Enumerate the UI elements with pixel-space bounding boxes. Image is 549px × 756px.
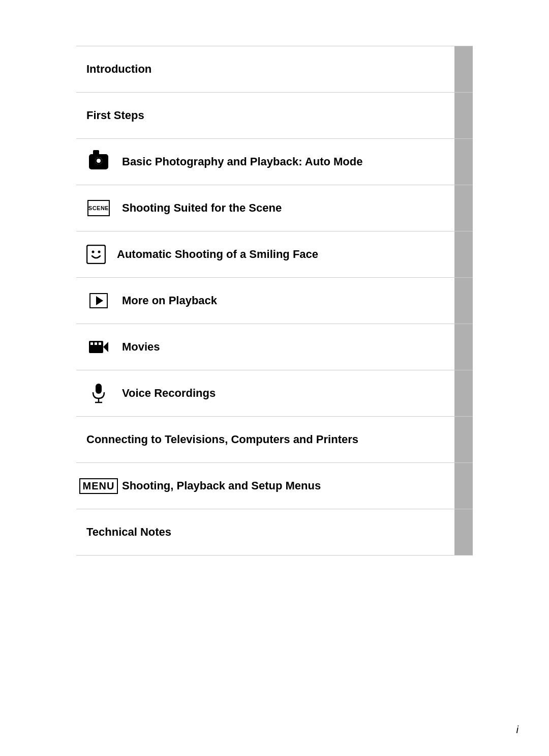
toc-content-movies: Movies	[76, 324, 454, 370]
toc-tab-introduction	[454, 46, 473, 92]
toc-label-menus: Shooting, Playback and Setup Menus	[122, 479, 321, 493]
toc-content-menus: MENU Shooting, Playback and Setup Menus	[76, 463, 454, 509]
toc-label-basic-photography: Basic Photography and Playback: Auto Mod…	[122, 155, 362, 169]
smile-face-icon	[86, 245, 106, 264]
svg-marker-4	[103, 342, 108, 352]
toc-tab-menus	[454, 463, 473, 509]
toc-label-first-steps: First Steps	[86, 108, 144, 123]
playback-icon	[86, 293, 111, 308]
toc-content-voice-recordings: Voice Recordings	[76, 370, 454, 416]
toc-label-voice-recordings: Voice Recordings	[122, 386, 216, 401]
toc-tab-connecting	[454, 417, 473, 462]
toc-content-basic-photography: Basic Photography and Playback: Auto Mod…	[76, 139, 454, 185]
toc-label-more-playback: More on Playback	[122, 294, 217, 308]
toc-label-shooting-scene: Shooting Suited for the Scene	[122, 201, 282, 216]
svg-point-2	[98, 251, 101, 253]
toc-row-introduction[interactable]: Introduction	[76, 46, 473, 92]
toc-row-first-steps[interactable]: First Steps	[76, 92, 473, 138]
svg-rect-7	[99, 342, 101, 345]
toc-tab-more-playback	[454, 278, 473, 324]
toc-label-introduction: Introduction	[86, 62, 151, 77]
toc-row-connecting[interactable]: Connecting to Televisions, Computers and…	[76, 416, 473, 462]
page-container: Introduction First Steps Basic Photograp…	[0, 0, 549, 756]
scene-icon: SCENE	[86, 200, 111, 216]
toc-tab-technical-notes	[454, 509, 473, 555]
toc-row-smiling-face[interactable]: Automatic Shooting of a Smiling Face	[76, 231, 473, 277]
svg-point-1	[92, 251, 95, 253]
microphone-icon	[86, 383, 111, 403]
page-number: i	[516, 724, 518, 736]
toc-row-voice-recordings[interactable]: Voice Recordings	[76, 370, 473, 416]
toc-tab-basic-photography	[454, 139, 473, 185]
toc-content-more-playback: More on Playback	[76, 278, 454, 324]
toc-content-introduction: Introduction	[76, 46, 454, 92]
toc-row-more-playback[interactable]: More on Playback	[76, 277, 473, 324]
toc-tab-smiling-face	[454, 231, 473, 277]
toc-wrapper: Introduction First Steps Basic Photograp…	[76, 46, 473, 556]
toc-row-basic-photography[interactable]: Basic Photography and Playback: Auto Mod…	[76, 138, 473, 185]
toc-row-shooting-scene[interactable]: SCENE Shooting Suited for the Scene	[76, 185, 473, 231]
menu-text-icon: MENU	[86, 478, 111, 494]
toc-row-menus[interactable]: MENU Shooting, Playback and Setup Menus	[76, 462, 473, 509]
toc-tab-shooting-scene	[454, 185, 473, 231]
toc-label-movies: Movies	[122, 340, 160, 355]
toc-content-connecting: Connecting to Televisions, Computers and…	[76, 417, 454, 462]
toc-label-smiling-face: Automatic Shooting of a Smiling Face	[117, 247, 318, 262]
toc-content-smiling-face: Automatic Shooting of a Smiling Face	[76, 231, 454, 277]
toc-row-technical-notes[interactable]: Technical Notes	[76, 509, 473, 556]
toc-tab-first-steps	[454, 93, 473, 138]
svg-rect-8	[96, 384, 102, 394]
toc-row-movies[interactable]: Movies	[76, 324, 473, 370]
toc-content-technical-notes: Technical Notes	[76, 509, 454, 555]
toc-tab-voice-recordings	[454, 370, 473, 416]
movie-icon	[86, 339, 111, 355]
toc-content-first-steps: First Steps	[76, 93, 454, 138]
toc-tab-movies	[454, 324, 473, 370]
toc-content-shooting-scene: SCENE Shooting Suited for the Scene	[76, 185, 454, 231]
svg-rect-5	[90, 342, 93, 345]
svg-rect-6	[95, 342, 97, 345]
toc-label-technical-notes: Technical Notes	[86, 525, 171, 540]
svg-rect-0	[87, 245, 105, 264]
toc-label-connecting: Connecting to Televisions, Computers and…	[86, 432, 358, 447]
camera-icon	[86, 154, 111, 169]
